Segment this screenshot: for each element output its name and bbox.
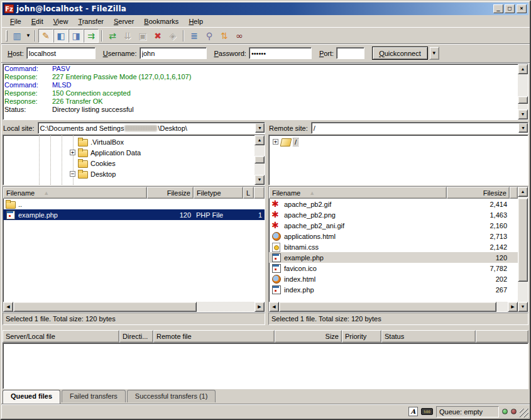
file-row-index-php[interactable]: index.php267 bbox=[269, 284, 518, 295]
file-row-[interactable]: .. bbox=[3, 199, 265, 209]
scroll-right-icon[interactable]: ▶ bbox=[508, 302, 518, 312]
tree-item-[interactable]: +/ bbox=[273, 136, 528, 147]
file-row-bitnami-css[interactable]: bitnami.css2,142 bbox=[269, 241, 518, 252]
local-tree-scrollbar[interactable]: ▲ ▼ bbox=[255, 135, 265, 185]
scroll-up-icon[interactable]: ▲ bbox=[518, 64, 528, 74]
quickconnect-dropdown-arrow-icon[interactable]: ▼ bbox=[429, 47, 439, 60]
menu-item-edit[interactable]: Edit bbox=[26, 16, 48, 26]
username-input[interactable] bbox=[140, 47, 207, 59]
expand-icon[interactable]: + bbox=[273, 139, 278, 145]
column-header-filename[interactable]: Filename▲ bbox=[3, 187, 147, 199]
local-site-combo[interactable]: C:\Documents and Settings\Desktop\ ▼ bbox=[38, 122, 265, 134]
toggle-local-tree-button[interactable]: ◧ bbox=[53, 29, 68, 43]
file-row-apache-pb2-png[interactable]: apache_pb2.png1,463 bbox=[269, 209, 518, 220]
file-row-apache-pb2-ani-gif[interactable]: apache_pb2_ani.gif2,160 bbox=[269, 220, 518, 231]
tree-item-application-data[interactable]: +Application Data bbox=[70, 147, 255, 158]
filesize-cell: 267 bbox=[447, 284, 510, 295]
scroll-down-icon[interactable]: ▼ bbox=[518, 302, 528, 312]
scroll-down-icon[interactable]: ▼ bbox=[255, 175, 265, 185]
remote-site-combo[interactable]: / ▼ bbox=[311, 122, 528, 134]
resize-grip[interactable] bbox=[520, 409, 528, 417]
menu-item-transfer[interactable]: Transfer bbox=[73, 16, 109, 26]
scrollbar-thumb[interactable] bbox=[255, 156, 265, 163]
menu-item-file[interactable]: File bbox=[5, 16, 26, 26]
menu-item-view[interactable]: View bbox=[48, 16, 74, 26]
expand-icon[interactable]: + bbox=[70, 150, 75, 155]
toggle-message-log-button[interactable]: ✎ bbox=[38, 29, 53, 43]
local-hscrollbar[interactable]: ◀ ▶ bbox=[3, 302, 265, 312]
file-row-index-html[interactable]: index.html202 bbox=[269, 274, 518, 284]
synchronized-browsing-button[interactable]: ⇅ bbox=[217, 29, 232, 43]
file-window-icon bbox=[271, 253, 282, 262]
combo-dropdown-icon[interactable]: ▼ bbox=[518, 123, 528, 133]
queue-column-size[interactable]: Size bbox=[275, 330, 342, 343]
local-selection-status: Selected 1 file. Total size: 120 bytes bbox=[3, 312, 265, 325]
file-row-apache-pb2-gif[interactable]: apache_pb2.gif2,414 bbox=[269, 199, 518, 209]
tree-item-cookies[interactable]: Cookies bbox=[70, 158, 255, 169]
menu-item-bookmarks[interactable]: Bookmarks bbox=[139, 16, 183, 26]
menu-item-help[interactable]: Help bbox=[183, 16, 208, 26]
find-files-button[interactable]: ∞ bbox=[232, 29, 247, 43]
scroll-up-icon[interactable]: ▲ bbox=[255, 135, 265, 145]
transfer-queue-body[interactable] bbox=[3, 343, 528, 389]
cancel-transfer-icon: ▣ bbox=[138, 31, 146, 41]
tree-item-virtualbox[interactable]: .VirtualBox bbox=[70, 136, 255, 147]
column-header-filesize[interactable]: Filesize bbox=[147, 187, 194, 199]
scroll-down-icon[interactable]: ▼ bbox=[518, 109, 528, 119]
filter-button[interactable]: ≣ bbox=[187, 29, 202, 43]
queue-column-remote-file[interactable]: Remote file bbox=[153, 330, 275, 343]
site-manager-button[interactable]: ▥ bbox=[9, 29, 25, 43]
quickconnect-button[interactable]: Quickconnect bbox=[372, 47, 428, 60]
tab-queued-files[interactable]: Queued files bbox=[3, 390, 60, 404]
remote-vscrollbar[interactable]: ▲ ▼ bbox=[518, 187, 528, 312]
column-header-l[interactable]: L bbox=[243, 187, 254, 199]
column-header-filesize[interactable]: Filesize bbox=[447, 187, 510, 199]
queue-column-directi[interactable]: Directi... bbox=[119, 330, 153, 343]
splitter-sash[interactable] bbox=[1, 326, 530, 330]
toggle-queue-button[interactable]: ⇉ bbox=[84, 29, 99, 43]
password-input[interactable] bbox=[249, 47, 312, 59]
combo-dropdown-icon[interactable]: ▼ bbox=[255, 123, 265, 133]
toggle-remote-tree-button[interactable]: ◨ bbox=[68, 29, 84, 43]
close-button[interactable]: × bbox=[517, 4, 527, 13]
tree-item-desktop[interactable]: −Desktop bbox=[70, 169, 255, 179]
message-log-scrollbar[interactable]: ▲ ▼ bbox=[518, 64, 528, 119]
filezilla-logo-icon: Fz bbox=[4, 4, 14, 13]
menu-item-server[interactable]: Server bbox=[109, 16, 139, 26]
collapse-icon[interactable]: − bbox=[70, 171, 75, 177]
remote-hscrollbar[interactable]: ◀ ▶ bbox=[269, 302, 518, 312]
tab-failed-transfers[interactable]: Failed transfers bbox=[62, 390, 126, 402]
port-input[interactable] bbox=[336, 47, 364, 59]
disconnect-button[interactable]: ✖ bbox=[150, 29, 165, 43]
queue-column-status[interactable]: Status bbox=[381, 330, 476, 343]
file-row-example-php[interactable]: example.php120PHP File1 bbox=[3, 209, 265, 220]
column-header-label: Server/Local file bbox=[6, 333, 55, 340]
scroll-right-icon[interactable]: ▶ bbox=[255, 302, 265, 312]
host-input[interactable] bbox=[26, 47, 96, 59]
directory-comparison-button[interactable]: ⚲ bbox=[202, 29, 217, 43]
file-row-example-php[interactable]: example.php120 bbox=[269, 252, 518, 263]
file-row-applications-html[interactable]: applications.html2,713 bbox=[269, 231, 518, 241]
site-manager-dropdown-icon[interactable]: ▼ bbox=[25, 29, 32, 43]
scroll-up-icon[interactable]: ▲ bbox=[518, 187, 528, 197]
maximize-button[interactable]: □ bbox=[505, 4, 515, 13]
column-header-filename[interactable]: Filename▲ bbox=[269, 187, 447, 199]
scrollbar-thumb[interactable] bbox=[13, 302, 197, 312]
scroll-left-icon[interactable]: ◀ bbox=[269, 302, 279, 312]
scrollbar-thumb[interactable] bbox=[518, 198, 528, 282]
refresh-button[interactable]: ⇄ bbox=[105, 29, 120, 43]
filename-text: .. bbox=[18, 201, 22, 208]
queue-column-server-local-file[interactable]: Server/Local file bbox=[3, 330, 119, 343]
scrollbar-thumb[interactable] bbox=[518, 96, 528, 104]
column-header-filetype[interactable]: Filetype bbox=[194, 187, 243, 199]
filesize-cell: 2,414 bbox=[447, 199, 510, 209]
scroll-left-icon[interactable]: ◀ bbox=[3, 302, 13, 312]
synchronized-browsing-icon: ⇅ bbox=[221, 31, 228, 41]
scrollbar-thumb[interactable] bbox=[279, 302, 496, 312]
queue-column-priority[interactable]: Priority bbox=[342, 330, 381, 343]
find-files-icon: ∞ bbox=[236, 31, 243, 41]
file-row-favicon-ico[interactable]: favicon.ico7,782 bbox=[269, 263, 518, 274]
minimize-button[interactable]: _ bbox=[493, 4, 503, 13]
tab-successful-transfers-1[interactable]: Successful transfers (1) bbox=[127, 390, 216, 402]
process-queue-button: ⇊ bbox=[120, 29, 135, 43]
